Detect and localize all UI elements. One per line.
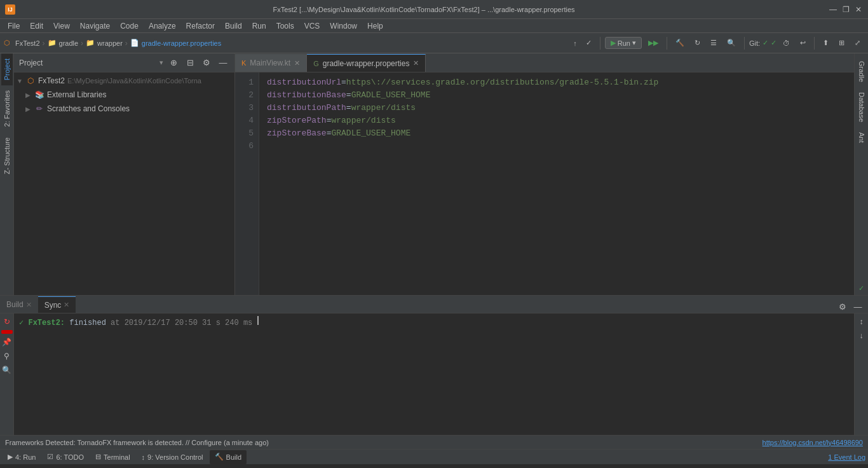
sdk-button[interactable]: ☰ (707, 36, 721, 51)
fullscreen-button[interactable]: ⤢ (851, 36, 864, 51)
build-tab-close[interactable]: ✕ (26, 301, 32, 309)
database-vtab[interactable]: Database (856, 87, 867, 127)
separator4 (814, 37, 815, 50)
collapse-all-button[interactable]: ⊟ (184, 57, 196, 69)
vcs-buttons: ↑ ✓ (569, 36, 595, 51)
down-button[interactable]: ↓ (856, 330, 867, 341)
menu-item-file[interactable]: File (3, 19, 25, 33)
breadcrumb-wrapper[interactable]: wrapper (97, 39, 123, 47)
bottom-tabs: Build ✕ Sync ✕ ⚙ — (0, 296, 868, 313)
build-tab[interactable]: Build ✕ (0, 296, 38, 313)
update-button[interactable]: ↑ (569, 36, 581, 51)
menu-item-window[interactable]: Window (325, 19, 362, 33)
tab-gradle-close[interactable]: ✕ (413, 59, 419, 67)
debug-button[interactable]: ▶▶ (644, 36, 662, 51)
refresh-build-button[interactable]: ↻ (1, 316, 13, 327)
breadcrumb-fxtest2[interactable]: FxTest2 (15, 39, 40, 47)
tab-mainview[interactable]: K MainView.kt ✕ (235, 54, 307, 72)
pin-button[interactable]: 📌 (1, 336, 13, 348)
git-revert-button[interactable]: ↩ (796, 36, 810, 51)
version-control-button[interactable]: ↕ 9: Version Control (137, 450, 208, 464)
status-link[interactable]: https://blog.csdn.net/ly46498690 (763, 439, 863, 446)
tree-item-external-libs[interactable]: ▶ 📚 External Libraries (14, 88, 234, 102)
breadcrumb-gradle[interactable]: gradle (59, 39, 79, 47)
structure-vtab[interactable]: Z- Structure (1, 132, 13, 179)
breadcrumb-file[interactable]: gradle-wrapper.properties (142, 39, 221, 47)
app-icon: IJ (5, 4, 15, 15)
search-output-button[interactable]: 🔍 (1, 364, 13, 376)
close-sidebar-button[interactable]: — (217, 57, 229, 69)
properties-file-icon: 📄 (130, 39, 139, 47)
tab-gradle-wrapper-label: gradle-wrapper.properties (323, 59, 410, 68)
add-content-button[interactable]: ⊕ (167, 57, 180, 69)
sidebar-title: Project (19, 59, 156, 67)
line-num-2: 2 (240, 89, 254, 102)
code-line-3: distributionPath=wrapper/dists (267, 102, 846, 114)
tree-item-fxtest2[interactable]: ▼ ⬡ FxTest2 E:\MyDesign\Java&Kotlin\Kotl… (14, 74, 234, 88)
editor-area: K MainView.kt ✕ G gradle-wrapper.propert… (235, 53, 854, 295)
menu-item-analyze[interactable]: Analyze (144, 19, 181, 33)
status-message: Frameworks Detected: TornadoFX framework… (5, 439, 757, 446)
project-vtab[interactable]: Project (1, 53, 13, 85)
build-cursor (257, 316, 259, 325)
favorites-vtab[interactable]: 2: Favorites (1, 85, 13, 132)
close-button[interactable]: ✕ (854, 5, 863, 14)
layout-button[interactable]: ⊞ (835, 36, 848, 51)
search-button[interactable]: 🔍 (723, 36, 740, 51)
sync-button[interactable]: ↻ (691, 36, 704, 51)
project-folder-icon: ⬡ (25, 76, 36, 86)
minimize-button[interactable]: — (829, 5, 837, 14)
run-bar-icon: ▶ (8, 453, 13, 461)
filter-button[interactable]: ⚲ (1, 350, 13, 362)
scratches-label: Scratches and Consoles (47, 104, 130, 113)
todo-bar-button[interactable]: ☑ 6: TODO (42, 450, 89, 464)
build-button[interactable]: 🔨 (672, 36, 688, 51)
status-bar: Frameworks Detected: TornadoFX framework… (0, 435, 868, 449)
expand-arrow-icon: ▶ (25, 92, 34, 99)
sync-tab-close[interactable]: ✕ (64, 301, 69, 309)
code-line-1: distributionUrl=https\://services.gradle… (267, 76, 846, 89)
gradle-vtab[interactable]: Gradle (856, 56, 867, 87)
code-content[interactable]: distributionUrl=https\://services.gradle… (259, 72, 854, 295)
fxtest2-path: E:\MyDesign\Java&Kotlin\KotlinCode\Torna (67, 77, 201, 85)
menu-item-build[interactable]: Build (220, 19, 247, 33)
menu-item-help[interactable]: Help (362, 19, 388, 33)
push-button[interactable]: ⬆ (819, 36, 832, 51)
menu-item-vcs[interactable]: VCS (299, 19, 325, 33)
menu-item-edit[interactable]: Edit (25, 19, 48, 33)
line-num-3: 3 (240, 102, 254, 114)
tree-item-scratches[interactable]: ▶ ✏ Scratches and Consoles (14, 102, 234, 116)
menu-item-navigate[interactable]: Navigate (75, 19, 115, 33)
tab-mainview-close[interactable]: ✕ (294, 59, 300, 67)
error-indicator (1, 330, 13, 334)
build-duration: 31 s 240 ms (202, 319, 252, 327)
library-icon: 📚 (34, 90, 44, 100)
menu-item-code[interactable]: Code (115, 19, 144, 33)
code-editor[interactable]: 1 2 3 4 5 6 distributionUrl=https\://ser… (235, 72, 854, 295)
terminal-bar-button[interactable]: ⊟ Terminal (90, 450, 135, 464)
menu-item-view[interactable]: View (48, 19, 75, 33)
sort-button[interactable]: ↕ (856, 316, 867, 327)
commit-button[interactable]: ✓ (582, 36, 595, 51)
settings-button[interactable]: ⚙ (200, 57, 213, 69)
build-bar-button[interactable]: 🔨 Build (210, 450, 247, 464)
maximize-button[interactable]: ❐ (841, 5, 850, 14)
run-button[interactable]: ▶ Run ▾ (605, 37, 642, 49)
build-output[interactable]: ✓ FxTest2: finished at 2019/12/17 20:50 … (14, 313, 854, 435)
git-history-button[interactable]: ⏱ (779, 36, 794, 51)
menu-item-refactor[interactable]: Refactor (181, 19, 220, 33)
tab-gradle-wrapper[interactable]: G gradle-wrapper.properties ✕ (307, 54, 426, 72)
menu-item-tools[interactable]: Tools (271, 19, 299, 33)
build-timestamp: at 2019/12/17 20:50 (111, 319, 198, 327)
settings-toolbar-icon[interactable]: ⚙ (836, 300, 849, 313)
menu-item-run[interactable]: Run (247, 19, 271, 33)
run-bar-button[interactable]: ▶ 4: Run (3, 450, 41, 464)
minimize-bottom-button[interactable]: — (851, 300, 864, 313)
project-logo-icon: ⬡ (4, 39, 10, 47)
terminal-bar-label: Terminal (104, 453, 130, 461)
todo-bar-icon: ☑ (47, 453, 53, 461)
ant-vtab[interactable]: Ant (856, 127, 867, 148)
sync-tab[interactable]: Sync ✕ (38, 296, 76, 313)
sidebar-header: Project ▾ ⊕ ⊟ ⚙ — (14, 53, 234, 72)
event-log-link[interactable]: 1 Event Log (828, 453, 865, 461)
